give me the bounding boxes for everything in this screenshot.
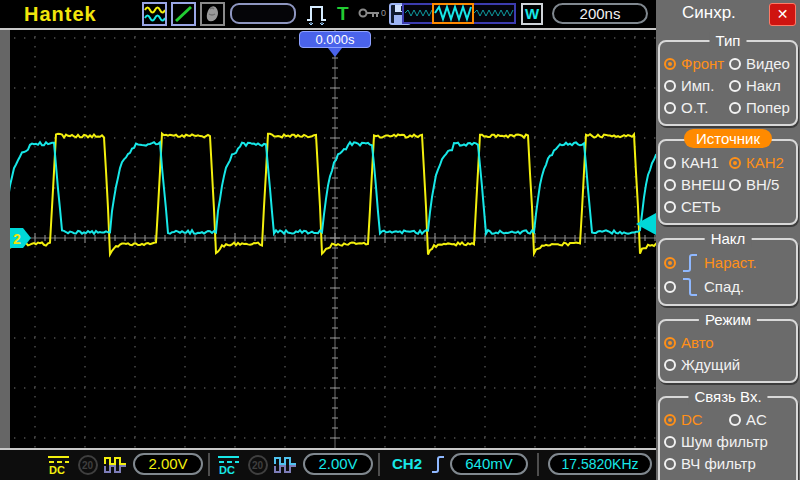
window-zoom-icon[interactable]: W xyxy=(521,3,543,25)
ch1-coupling-icon[interactable]: DC xyxy=(46,454,72,480)
option-НЧ фильтр[interactable]: НЧ фильтр xyxy=(664,476,757,480)
status-bar: DC 20 2.00V DC 20 2.00V xyxy=(0,450,656,480)
option-Ждущий[interactable]: Ждущий xyxy=(664,355,740,375)
radio-icon xyxy=(729,80,741,92)
option-row: Ждущий xyxy=(664,355,794,375)
option-label: Фронт xyxy=(681,54,724,74)
section-title: Связь Вх. xyxy=(688,388,767,405)
top-toolbar: Hantek T 0 xyxy=(0,0,656,28)
option-Накл[interactable]: Накл xyxy=(729,76,794,96)
svg-text:20: 20 xyxy=(252,460,264,471)
option-row: Спад. xyxy=(664,276,794,298)
option-row: СЕТЬ xyxy=(664,197,794,217)
radio-icon xyxy=(729,414,741,426)
section-Источник: ИсточникКАН1КАН2ВНЕШВН/5СЕТЬ xyxy=(658,139,798,225)
radio-icon xyxy=(729,58,741,70)
radio-icon xyxy=(664,201,676,213)
rising-edge-icon xyxy=(681,252,699,274)
svg-text:20: 20 xyxy=(82,460,94,471)
option-КАН1[interactable]: КАН1 xyxy=(664,153,729,173)
timebase-readout[interactable]: 200ns xyxy=(552,3,648,24)
trigger-position-pointer-icon xyxy=(328,48,342,57)
option-label: Авто xyxy=(681,333,714,353)
option-ВН/5[interactable]: ВН/5 xyxy=(729,175,794,195)
ch2-scale-readout[interactable]: 2.00V xyxy=(303,453,373,475)
ch1-bandwidth-icon: 20 xyxy=(77,454,99,480)
option-ВЧ фильтр[interactable]: ВЧ фильтр xyxy=(664,454,756,474)
ch1-scale-readout[interactable]: 2.00V xyxy=(133,453,203,475)
option-КАН2[interactable]: КАН2 xyxy=(729,153,794,173)
divider xyxy=(378,453,380,476)
option-label: НЧ фильтр xyxy=(681,476,757,480)
section-Связь Вх.: Связь Вх.DCACШум фильтрВЧ фильтрНЧ фильт… xyxy=(658,396,798,480)
waveform-display: 2 0.000s xyxy=(10,30,656,448)
section-Накл: НаклНараст.Спад. xyxy=(658,238,798,306)
option-Фронт[interactable]: Фронт xyxy=(664,54,729,74)
option-label: Ждущий xyxy=(681,355,740,375)
trigger-position-marker[interactable]: 0.000s xyxy=(299,31,371,48)
option-DC[interactable]: DC xyxy=(664,410,729,430)
close-button[interactable]: ✕ xyxy=(769,3,796,26)
radio-selected-icon xyxy=(664,414,676,426)
section-title: Тип xyxy=(709,32,746,49)
option-row: ВЧ фильтр xyxy=(664,454,794,474)
svg-text:DC: DC xyxy=(219,464,235,476)
option-Авто[interactable]: Авто xyxy=(664,333,714,353)
option-Имп.[interactable]: Имп. xyxy=(664,76,729,96)
option-label: ВНЕШ xyxy=(681,175,726,195)
svg-text:2: 2 xyxy=(13,231,21,247)
divider xyxy=(537,453,539,476)
option-row: Шум фильтр xyxy=(664,432,794,452)
falling-edge-icon xyxy=(681,276,699,298)
ch2-invert-icon[interactable] xyxy=(274,456,298,478)
ch1-trace xyxy=(10,134,656,255)
empty-slot xyxy=(230,3,296,24)
option-Спад.[interactable]: Спад. xyxy=(664,276,744,298)
option-row: НЧ фильтр xyxy=(664,476,794,480)
trigger-source-label: CH2 xyxy=(392,455,422,472)
radio-icon xyxy=(664,359,676,371)
option-Нараст.[interactable]: Нараст. xyxy=(664,252,757,274)
option-AC[interactable]: AC xyxy=(729,410,794,430)
option-СЕТЬ[interactable]: СЕТЬ xyxy=(664,197,721,217)
key-lock-icon: 0 xyxy=(358,6,387,24)
svg-text:0: 0 xyxy=(381,8,386,18)
option-О.Т.[interactable]: О.Т. xyxy=(664,98,729,118)
option-row: Нараст. xyxy=(664,252,794,274)
radio-selected-icon xyxy=(664,58,676,70)
radio-icon xyxy=(664,436,676,448)
option-label: Нараст. xyxy=(704,253,757,273)
option-ВНЕШ[interactable]: ВНЕШ xyxy=(664,175,729,195)
trigger-status-icon: T xyxy=(337,3,349,25)
frequency-counter-readout: 17.5820KHz xyxy=(548,453,652,475)
option-label: AC xyxy=(746,410,767,430)
section-title: Накл xyxy=(705,230,752,247)
option-label: ВН/5 xyxy=(746,175,779,195)
option-row: Имп.Накл xyxy=(664,76,794,96)
option-label: Имп. xyxy=(681,76,714,96)
option-row: КАН1КАН2 xyxy=(664,153,794,173)
scope-graticule: 2 xyxy=(10,30,656,448)
ch1-invert-icon[interactable] xyxy=(104,456,128,478)
option-Видео[interactable]: Видео xyxy=(729,54,794,74)
option-label: DC xyxy=(681,410,703,430)
trigger-menu-panel: Синхр. ✕ ТипФронтВидеоИмп.НаклО.Т.ПоперИ… xyxy=(656,0,800,480)
pulse-width-icon xyxy=(304,2,330,30)
cursor-line-icon[interactable] xyxy=(171,2,196,26)
channel-waves-icon[interactable] xyxy=(142,2,167,26)
option-label: Попер xyxy=(746,98,790,118)
option-Шум фильтр[interactable]: Шум фильтр xyxy=(664,432,768,452)
option-label: Видео xyxy=(746,54,790,74)
waveform-preview[interactable] xyxy=(402,3,516,28)
option-label: КАН2 xyxy=(746,153,784,173)
trigger-level-readout[interactable]: 640mV xyxy=(450,453,528,475)
option-Попер[interactable]: Попер xyxy=(729,98,794,118)
section-title: Режим xyxy=(699,311,757,328)
brand-logo: Hantek xyxy=(24,3,97,26)
radio-icon xyxy=(664,281,676,293)
radio-icon xyxy=(729,102,741,114)
ch2-coupling-icon[interactable]: DC xyxy=(216,454,242,480)
radio-icon xyxy=(664,102,676,114)
radio-icon xyxy=(664,179,676,191)
hand-icon[interactable] xyxy=(200,2,225,26)
